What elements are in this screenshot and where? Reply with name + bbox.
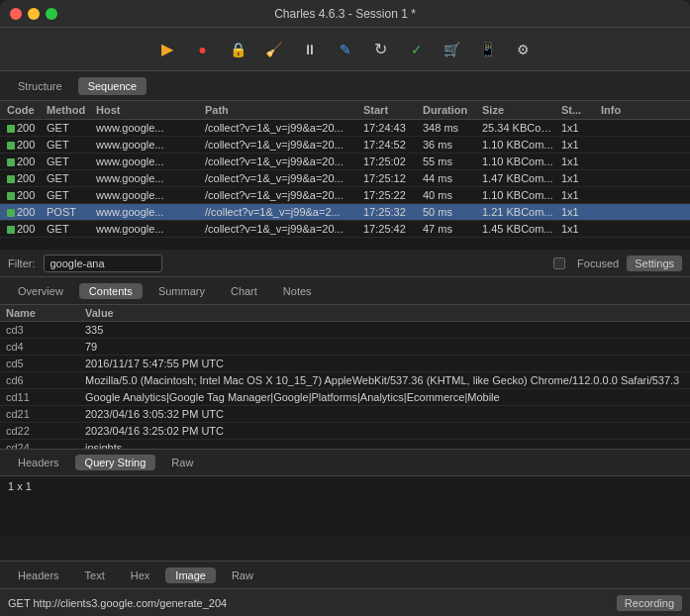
maximize-button[interactable] — [46, 8, 57, 20]
refresh-button[interactable]: ↻ — [370, 39, 392, 60]
tab-query-string[interactable]: Query String — [75, 455, 156, 470]
content-row[interactable]: cd11 Google Analytics|Google Tag Manager… — [0, 389, 690, 406]
content-header: Name Value — [0, 305, 690, 322]
pen-button[interactable]: ✎ — [335, 39, 356, 60]
tab-sequence[interactable]: Sequence — [78, 77, 148, 95]
content-row[interactable]: cd4 79 — [0, 339, 690, 356]
response-area: 1 x 1 — [0, 476, 690, 536]
table-row[interactable]: 200 POST www.google... //collect?v=1&_v=… — [0, 204, 690, 221]
col-value: Value — [79, 305, 690, 321]
tab-text[interactable]: Text — [75, 567, 115, 583]
tab-structure[interactable]: Structure — [8, 77, 72, 95]
nav-tab-bar: Structure Sequence — [0, 71, 690, 101]
detail-tab-bar: Overview Contents Summary Chart Notes — [0, 277, 690, 305]
shopping-button[interactable]: 🛒 — [442, 39, 463, 60]
table-header: Code Method Host Path Start Duration Siz… — [0, 101, 690, 120]
param-name: cd22 — [0, 423, 79, 439]
row-method: GET — [44, 138, 93, 152]
col-name: Name — [0, 305, 79, 321]
row-code: 200 — [4, 188, 44, 202]
row-info — [598, 138, 657, 152]
filter-label: Filter: — [8, 257, 36, 269]
row-duration: 55 ms — [420, 154, 479, 168]
tab-hex[interactable]: Hex — [121, 567, 160, 583]
footer-tab-bar: Headers Text Hex Image Raw — [0, 561, 690, 588]
tab-headers[interactable]: Headers — [8, 455, 69, 470]
settings-button[interactable]: ⚙ — [513, 39, 535, 60]
row-code: 200 — [4, 138, 44, 152]
param-value: 79 — [79, 339, 690, 355]
row-method: GET — [44, 188, 93, 202]
content-row[interactable]: cd21 2023/04/16 3:05:32 PM UTC — [0, 406, 690, 423]
row-host: www.google... — [93, 138, 202, 152]
lock-button[interactable]: 🔒 — [228, 39, 249, 60]
row-status: 1x1 — [558, 205, 598, 219]
tab-summary[interactable]: Summary — [148, 283, 215, 299]
traffic-lights — [10, 8, 57, 20]
row-start: 17:25:42 — [360, 222, 420, 236]
param-value: 2023/04/16 3:25:02 PM UTC — [79, 423, 690, 439]
table-row[interactable]: 200 GET www.google... /collect?v=1&_v=j9… — [0, 221, 690, 238]
row-path: /collect?v=1&_v=j99&a=20... — [202, 121, 360, 135]
row-duration: 44 ms — [420, 171, 479, 185]
row-info — [598, 222, 657, 236]
row-status: 1x1 — [558, 154, 598, 168]
table-row[interactable]: 200 GET www.google... /collect?v=1&_v=j9… — [0, 154, 690, 170]
broom-button[interactable]: 🧹 — [263, 39, 285, 60]
table-row[interactable]: 200 GET www.google... /collect?v=1&_v=j9… — [0, 170, 690, 187]
row-host: www.google... — [93, 154, 202, 168]
row-start: 17:25:32 — [360, 205, 420, 219]
phone-button[interactable]: 📱 — [477, 39, 499, 60]
row-host: www.google... — [93, 222, 202, 236]
arrow-button[interactable]: ▶ — [156, 39, 178, 60]
filter-bar: Filter: Focused Settings — [0, 250, 690, 277]
tab-image[interactable]: Image — [165, 567, 216, 583]
table-row[interactable]: 200 GET www.google... /collect?v=1&_v=j9… — [0, 187, 690, 204]
tab-raw[interactable]: Raw — [161, 455, 203, 470]
content-row[interactable]: cd24 insights — [0, 440, 690, 449]
content-row[interactable]: cd6 Mozilla/5.0 (Macintosh; Intel Mac OS… — [0, 372, 690, 389]
close-button[interactable] — [10, 8, 22, 20]
col-path: Path — [202, 103, 360, 117]
tab-notes[interactable]: Notes — [273, 283, 322, 299]
row-code: 200 — [4, 171, 44, 185]
recording-button[interactable]: Recording — [617, 595, 682, 611]
row-status: 1x1 — [558, 171, 598, 185]
row-duration: 36 ms — [420, 138, 479, 152]
settings-button[interactable]: Settings — [627, 256, 682, 271]
row-start: 17:24:52 — [360, 138, 420, 152]
minimize-button[interactable] — [28, 8, 40, 20]
response-content: 1 x 1 — [8, 480, 32, 492]
tab-contents[interactable]: Contents — [79, 283, 143, 299]
content-row[interactable]: cd3 335 — [0, 322, 690, 339]
stop-button[interactable]: ⏸ — [299, 39, 321, 60]
param-value: Mozilla/5.0 (Macintosh; Intel Mac OS X 1… — [79, 372, 690, 388]
focused-checkbox[interactable] — [553, 257, 565, 269]
row-size: 1.47 KBCom... — [479, 171, 558, 185]
col-status: St... — [558, 103, 598, 117]
tab-headers-footer[interactable]: Headers — [8, 567, 69, 583]
tab-overview[interactable]: Overview — [8, 283, 73, 299]
table-row[interactable]: 200 GET www.google... /collect?v=1&_v=j9… — [0, 120, 690, 137]
col-size: Size — [479, 103, 558, 117]
check-button[interactable]: ✓ — [406, 39, 428, 60]
content-table: Name Value cd3 335 cd4 79 cd5 2016/11/17… — [0, 305, 690, 449]
row-method: GET — [44, 171, 93, 185]
param-name: cd24 — [0, 440, 79, 449]
col-info: Info — [598, 103, 657, 117]
col-method: Method — [44, 103, 93, 117]
row-status: 1x1 — [558, 121, 598, 135]
param-name: cd3 — [0, 322, 79, 338]
content-row[interactable]: cd5 2016/11/17 5:47:55 PM UTC — [0, 356, 690, 372]
tab-raw-footer[interactable]: Raw — [222, 567, 263, 583]
record-button[interactable]: ● — [192, 39, 214, 60]
row-start: 17:25:02 — [360, 154, 420, 168]
table-row[interactable]: 200 GET www.google... /collect?v=1&_v=j9… — [0, 137, 690, 154]
row-info — [598, 154, 657, 168]
content-row[interactable]: cd22 2023/04/16 3:25:02 PM UTC — [0, 423, 690, 440]
row-host: www.google... — [93, 205, 202, 219]
filter-input[interactable] — [44, 255, 162, 272]
param-name: cd5 — [0, 356, 79, 371]
row-code: 200 — [4, 205, 44, 219]
tab-chart[interactable]: Chart — [221, 283, 267, 299]
